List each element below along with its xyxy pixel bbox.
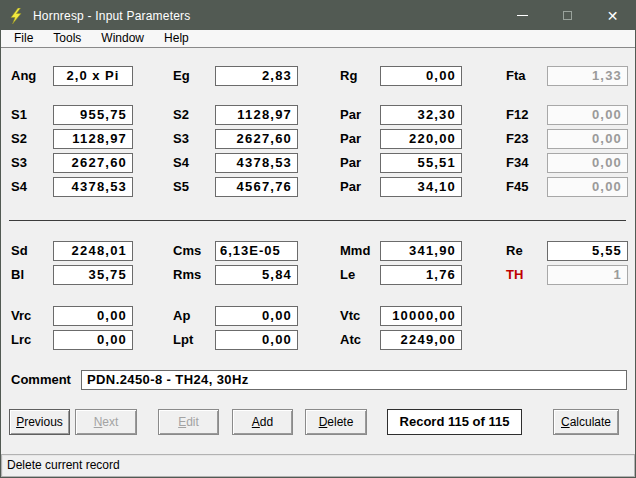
field-mmd[interactable]: 341,90 — [380, 241, 462, 261]
label-fta: Fta — [506, 66, 526, 86]
field-fta: 1,33 — [547, 66, 628, 86]
menu-help[interactable]: Help — [154, 30, 199, 47]
label-le: Le — [340, 265, 355, 285]
label-re: Re — [506, 241, 523, 261]
param-row: Lrc 0,00 Lpt 0,00 Atc 2249,00 — [1, 330, 635, 350]
field-f45: 0,00 — [547, 177, 628, 197]
field-rg[interactable]: 0,00 — [380, 66, 462, 86]
label-th: TH — [506, 265, 523, 285]
field-vtc[interactable]: 10000,00 — [380, 306, 462, 326]
field-s3-start[interactable]: 2627,60 — [53, 153, 133, 173]
param-row: S3 2627,60 S4 4378,53 Par 55,51 F34 0,00 — [1, 153, 635, 173]
label-s2-start: S2 — [11, 129, 27, 149]
label-f12: F12 — [506, 105, 528, 125]
field-atc[interactable]: 2249,00 — [380, 330, 462, 350]
field-par-3[interactable]: 55,51 — [380, 153, 462, 173]
param-row: Sd 2248,01 Cms 6,13E-05 Mmd 341,90 Re 5,… — [1, 241, 635, 261]
label-sd: Sd — [11, 241, 28, 261]
status-bar: Delete current record — [1, 454, 635, 477]
hornresp-window: Hornresp - Input Parameters ✕ File Tools… — [0, 0, 636, 478]
field-eg[interactable]: 2,83 — [215, 66, 298, 86]
field-ap[interactable]: 0,00 — [215, 306, 298, 326]
field-par-1[interactable]: 32,30 — [380, 105, 462, 125]
field-th: 1 — [547, 265, 628, 285]
field-s4-start[interactable]: 4378,53 — [53, 177, 133, 197]
label-eg: Eg — [173, 66, 190, 86]
label-vtc: Vtc — [340, 306, 360, 326]
field-par-4[interactable]: 34,10 — [380, 177, 462, 197]
field-lpt[interactable]: 0,00 — [215, 330, 298, 350]
label-lpt: Lpt — [173, 330, 193, 350]
edit-button[interactable]: Edit — [158, 409, 219, 435]
param-row: Ang 2,0 x Pi Eg 2,83 Rg 0,00 Fta 1,33 — [1, 66, 635, 86]
label-f34: F34 — [506, 153, 528, 173]
label-ang: Ang — [11, 66, 36, 86]
field-s1[interactable]: 955,75 — [53, 105, 133, 125]
param-row: S4 4378,53 S5 4567,76 Par 34,10 F45 0,00 — [1, 177, 635, 197]
field-le[interactable]: 1,76 — [380, 265, 462, 285]
comment-row: Comment PDN.2450-8 - TH24, 30Hz — [1, 370, 635, 390]
label-f23: F23 — [506, 129, 528, 149]
label-rms: Rms — [173, 265, 201, 285]
comment-label: Comment — [11, 370, 71, 390]
field-s5[interactable]: 4567,76 — [215, 177, 298, 197]
field-par-2[interactable]: 220,00 — [380, 129, 462, 149]
label-lrc: Lrc — [11, 330, 31, 350]
label-s5: S5 — [173, 177, 189, 197]
field-s2[interactable]: 1128,97 — [215, 105, 298, 125]
param-row: S2 1128,97 S3 2627,60 Par 220,00 F23 0,0… — [1, 129, 635, 149]
field-bl[interactable]: 35,75 — [53, 265, 133, 285]
field-rms[interactable]: 5,84 — [215, 265, 298, 285]
window-title: Hornresp - Input Parameters — [33, 9, 190, 23]
comment-field[interactable]: PDN.2450-8 - TH24, 30Hz — [81, 370, 627, 390]
label-s2: S2 — [173, 105, 189, 125]
field-re[interactable]: 5,55 — [547, 241, 628, 261]
label-s1: S1 — [11, 105, 27, 125]
param-row: Bl 35,75 Rms 5,84 Le 1,76 TH 1 — [1, 265, 635, 285]
section-divider — [9, 220, 626, 221]
label-vrc: Vrc — [11, 306, 31, 326]
add-button[interactable]: Add — [232, 409, 293, 435]
next-button[interactable]: Next — [75, 409, 137, 435]
label-s3: S3 — [173, 129, 189, 149]
menu-window[interactable]: Window — [91, 30, 154, 47]
field-s4[interactable]: 4378,53 — [215, 153, 298, 173]
label-s4: S4 — [173, 153, 189, 173]
label-s3-start: S3 — [11, 153, 27, 173]
label-cms: Cms — [173, 241, 201, 261]
menu-file[interactable]: File — [4, 30, 43, 47]
label-par-3: Par — [340, 153, 361, 173]
previous-button[interactable]: Previous — [9, 409, 70, 435]
param-row: S1 955,75 S2 1128,97 Par 32,30 F12 0,00 — [1, 105, 635, 125]
field-sd[interactable]: 2248,01 — [53, 241, 133, 261]
field-s3[interactable]: 2627,60 — [215, 129, 298, 149]
maximize-icon — [563, 11, 572, 20]
label-mmd: Mmd — [340, 241, 370, 261]
label-atc: Atc — [340, 330, 361, 350]
minimize-button[interactable] — [500, 1, 545, 30]
close-button[interactable]: ✕ — [590, 1, 635, 30]
title-bar: Hornresp - Input Parameters ✕ — [1, 1, 635, 30]
label-par-1: Par — [340, 105, 361, 125]
field-vrc[interactable]: 0,00 — [53, 306, 133, 326]
label-par-4: Par — [340, 177, 361, 197]
close-icon: ✕ — [607, 9, 619, 23]
field-cms[interactable]: 6,13E-05 — [215, 241, 298, 261]
field-ang[interactable]: 2,0 x Pi — [53, 66, 133, 86]
label-ap: Ap — [173, 306, 190, 326]
menu-tools[interactable]: Tools — [43, 30, 91, 47]
field-s2-start[interactable]: 1128,97 — [53, 129, 133, 149]
lightning-icon — [8, 8, 24, 24]
calculate-button[interactable]: Calculate — [553, 409, 619, 435]
label-s4-start: S4 — [11, 177, 27, 197]
maximize-button[interactable] — [545, 1, 590, 30]
field-lrc[interactable]: 0,00 — [53, 330, 133, 350]
param-row: Vrc 0,00 Ap 0,00 Vtc 10000,00 — [1, 306, 635, 326]
label-rg: Rg — [340, 66, 357, 86]
record-counter: Record 115 of 115 — [387, 409, 522, 435]
field-f23: 0,00 — [547, 129, 628, 149]
delete-button[interactable]: Delete — [305, 409, 367, 435]
menu-bar: File Tools Window Help — [1, 30, 635, 48]
label-bl: Bl — [11, 265, 24, 285]
field-f34: 0,00 — [547, 153, 628, 173]
